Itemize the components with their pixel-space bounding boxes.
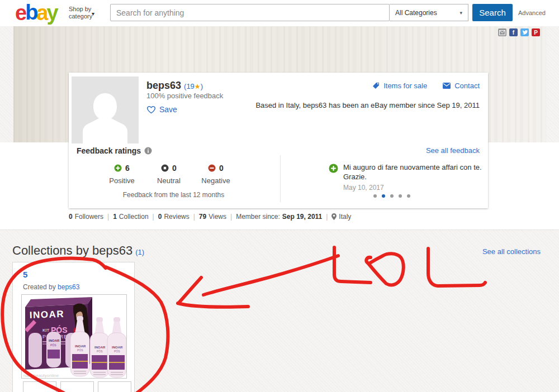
logo-letter: e: [15, 1, 25, 25]
mini-bottle-brand: INOAR: [49, 339, 60, 342]
bottle-brand: INOAR: [112, 346, 123, 349]
shop-by-category-dropdown[interactable]: Shop by category ▾: [69, 6, 92, 20]
contact-label: Contact: [454, 82, 480, 90]
bottle-sub: PÓS: [114, 350, 120, 353]
followers-label: Followers: [75, 213, 103, 221]
separator: |: [153, 213, 154, 221]
carousel-dot[interactable]: [399, 194, 402, 198]
category-select-value: All Categories: [395, 9, 437, 17]
lol-letter-o: [366, 254, 403, 285]
envelope-icon: [443, 83, 451, 89]
logo-letter: b: [25, 1, 36, 24]
arrow-head-bottom: [178, 303, 248, 307]
collection-thumbnail[interactable]: [98, 381, 131, 392]
ebay-logo[interactable]: ebay: [15, 1, 57, 25]
collection-thumbnail[interactable]: [60, 381, 94, 392]
stat-member-since: Member since:Sep 19, 2011: [236, 213, 322, 221]
facebook-share-icon[interactable]: f: [509, 28, 518, 36]
save-label: Save: [159, 105, 177, 114]
separator: |: [326, 213, 328, 221]
search-button[interactable]: Search: [472, 4, 513, 21]
feedback-score-link[interactable]: (19★): [184, 82, 203, 90]
save-seller-button[interactable]: Save: [146, 105, 177, 114]
header: ebay Shop by category ▾ All Categories ▾…: [0, 0, 559, 26]
pinterest-p: P: [534, 30, 538, 36]
collections-heading: Collections by beps63(1): [12, 243, 144, 258]
testimonial-line1: Mi auguro di fare nuovamente affari con …: [343, 162, 497, 172]
shop-by-line1: Shop by: [69, 6, 92, 13]
advanced-search-link[interactable]: Advanced: [518, 9, 546, 16]
twitter-share-icon[interactable]: [520, 28, 529, 36]
contact-link[interactable]: Contact: [443, 82, 480, 90]
neutral-label: Neutral: [145, 176, 193, 185]
views-label: Views: [209, 213, 226, 221]
negative-icon: [208, 164, 216, 172]
info-icon[interactable]: [144, 147, 152, 155]
score-prefix: (19: [184, 82, 195, 90]
score-suffix: ): [201, 82, 203, 90]
negative-count: 0: [219, 164, 224, 173]
logo-letter: a: [36, 1, 46, 25]
avatar[interactable]: [72, 77, 139, 144]
product-bottles: INOAR PÓS INOAR PÓS: [70, 316, 126, 377]
neutral-count: 0: [172, 164, 177, 173]
logo-letter: y: [47, 1, 57, 25]
collections-count[interactable]: (1): [135, 248, 144, 256]
collection-card: 5 Created by beps63 INOAR KIT: [12, 262, 135, 392]
lol-letter-l1: [334, 247, 371, 283]
email-share-icon[interactable]: [498, 28, 506, 36]
tag-icon: [372, 82, 380, 89]
heart-icon: [146, 106, 156, 114]
carousel-dot[interactable]: [390, 194, 394, 198]
carousel-dot[interactable]: [407, 194, 410, 198]
collections-count: 1: [113, 213, 117, 221]
category-select[interactable]: All Categories ▾: [390, 4, 468, 21]
search-input[interactable]: [110, 4, 390, 21]
ebay-profile-page: ebay Shop by category ▾ All Categories ▾…: [0, 0, 559, 392]
separator: |: [230, 213, 232, 221]
stat-collections: 1Collection: [113, 213, 148, 221]
feedback-star-icon: ★: [195, 83, 201, 90]
collection-title-link[interactable]: 5: [23, 270, 27, 279]
stat-reviews: 0Reviews: [158, 213, 190, 221]
location-label: Italy: [339, 213, 351, 221]
items-for-sale-link[interactable]: Items for sale: [372, 82, 427, 90]
member-since-label: Member since:: [236, 213, 280, 221]
feedback-ratings-title: Feedback ratings: [77, 146, 141, 155]
separator: |: [107, 213, 109, 221]
carousel-dot-active[interactable]: [382, 194, 385, 198]
creator-link[interactable]: beps63: [58, 283, 79, 291]
bottle-sub: PÓS: [77, 348, 83, 352]
chevron-down-icon: ▾: [459, 10, 462, 16]
pinterest-share-icon[interactable]: P: [532, 28, 540, 36]
reviews-count: 0: [158, 213, 162, 221]
facebook-f: f: [513, 30, 514, 36]
see-all-feedback-link[interactable]: See all feedback: [426, 146, 480, 155]
reviews-label: Reviews: [164, 213, 189, 221]
product-kit-word: KIT: [42, 328, 50, 333]
username[interactable]: beps63: [146, 80, 181, 91]
testimonial-line2: Grazie.: [343, 172, 497, 181]
collection-created-by: Created by beps63: [23, 283, 79, 291]
rating-neutral: 0 Neutral: [145, 164, 193, 185]
lol-annotation: [334, 247, 485, 286]
ratings-caption: Feedback from the last 12 months: [102, 191, 245, 199]
collection-product-image[interactable]: INOAR KIT PÓS PROGRESS: [21, 294, 127, 379]
bottle-brand: INOAR: [94, 346, 106, 349]
separator: |: [193, 213, 195, 221]
divider: [280, 155, 281, 202]
views-count: 79: [199, 213, 206, 221]
collections-label: Collection: [119, 213, 149, 221]
arrow-shaft: [203, 256, 338, 295]
shop-by-line2: category: [69, 13, 92, 20]
see-all-collections-link[interactable]: See all collections: [482, 247, 541, 256]
collection-thumbnail[interactable]: [23, 381, 56, 392]
chevron-down-icon: ▾: [92, 10, 94, 17]
stat-views: 79Views: [199, 213, 226, 221]
carousel-dot[interactable]: [373, 194, 377, 198]
items-for-sale-label: Items for sale: [383, 82, 427, 90]
member-info-text: Based in Italy, beps63 has been an eBay …: [255, 101, 480, 109]
positive-icon: [114, 164, 122, 172]
mini-bottle-sub: PÓS: [50, 343, 56, 347]
lol-letter-l2: [428, 248, 485, 286]
